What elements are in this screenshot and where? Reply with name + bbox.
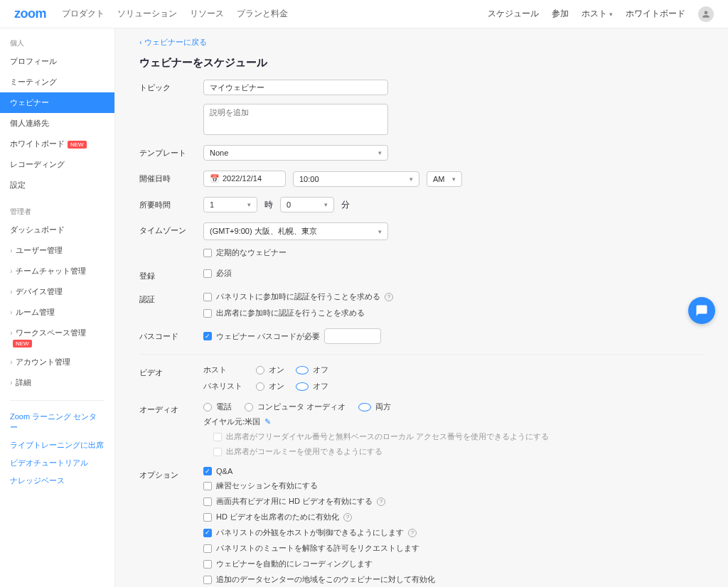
sidebar-item-user-mgmt[interactable]: ユーザー管理 (0, 240, 114, 261)
label-timezone: タイムゾーン (139, 222, 203, 236)
option-checkbox-6[interactable] (203, 560, 212, 569)
chevron-down-icon: ▾ (452, 176, 456, 183)
sidebar-item-teamchat-mgmt[interactable]: チームチャット管理 (0, 261, 114, 281)
chevron-down-icon: ▾ (378, 149, 382, 156)
audio-phone-radio[interactable] (203, 403, 212, 411)
nav-join[interactable]: 参加 (552, 8, 569, 20)
panelist-off-radio[interactable] (296, 382, 309, 391)
sidebar-header-personal: 個人 (0, 34, 114, 51)
time-select[interactable]: 10:00▾ (293, 171, 419, 187)
sidebar-item-workspace-mgmt[interactable]: ワークスペース管理NEW (0, 323, 114, 352)
template-select[interactable]: None▾ (203, 145, 388, 161)
option-checkbox-1[interactable] (203, 482, 212, 490)
sidebar-item-advanced[interactable]: 詳細 (0, 372, 114, 393)
help-icon[interactable]: ? (377, 497, 385, 506)
sidebar: 個人 プロフィール ミーティング ウェビナー 個人連絡先 ホワイトボードNEW … (0, 28, 115, 587)
option-checkbox-3[interactable] (203, 513, 212, 522)
passcode-checkbox[interactable] (203, 332, 212, 340)
on-label: オン (269, 365, 284, 375)
audio-computer-radio[interactable] (245, 403, 253, 411)
auth-panelist-checkbox[interactable] (203, 293, 212, 301)
label-registration: 登録 (139, 268, 203, 281)
topic-input[interactable] (203, 80, 388, 95)
sidebar-item-dashboard[interactable]: ダッシュボード (0, 220, 114, 240)
date-select[interactable]: 📅2022/12/14 (203, 171, 286, 187)
top-bar: zoom プロダクト ソリューション リソース プランと料金 スケジュール 参加… (0, 0, 728, 28)
panelist-on-radio[interactable] (256, 382, 264, 391)
auth-attendee-checkbox[interactable] (203, 309, 212, 318)
back-link[interactable]: ‹ ウェビナーに戻る (139, 37, 207, 48)
tollfree-label: 出席者がフリーダイヤル番号と無料ベースのローカル アクセス番号を使用できるように… (226, 431, 549, 442)
callme-checkbox[interactable] (213, 448, 222, 456)
sidebar-divider (10, 400, 105, 401)
nav-host[interactable]: ホスト▾ (582, 8, 613, 20)
host-on-radio[interactable] (256, 366, 264, 375)
sidebar-item-whiteboards[interactable]: ホワイトボードNEW (0, 134, 114, 154)
link-learning-center[interactable]: Zoom ラーニング センター (0, 408, 114, 436)
calendar-icon: 📅 (210, 174, 220, 183)
registration-required-checkbox[interactable] (203, 269, 212, 278)
help-icon[interactable]: ? (343, 513, 352, 522)
audio-phone-label: 電話 (216, 402, 232, 412)
chevron-down-icon: ▾ (378, 228, 382, 235)
sidebar-item-account-mgmt[interactable]: アカウント管理 (0, 352, 114, 372)
nav-solution[interactable]: ソリューション (117, 8, 177, 20)
ampm-select[interactable]: AM▾ (427, 171, 462, 187)
sidebar-item-meetings[interactable]: ミーティング (0, 72, 114, 92)
host-off-radio[interactable] (296, 366, 309, 375)
option-checkbox-2[interactable] (203, 497, 212, 506)
option-checkbox-7[interactable] (203, 576, 212, 584)
label-when: 開催日時 (139, 171, 203, 184)
option-label: 追加のデータセンターの地域をこのウェビナーに対して有効化 (216, 574, 435, 585)
description-input[interactable] (203, 104, 388, 135)
label-topic: トピック (139, 80, 203, 93)
minutes-select[interactable]: 0▾ (280, 197, 334, 212)
link-live-training[interactable]: ライブトレーニングに出席 (0, 436, 114, 454)
chevron-down-icon: ▾ (324, 201, 328, 208)
option-checkbox-5[interactable] (203, 544, 212, 553)
timezone-select[interactable]: (GMT+9:00) 大阪、札幌、東京▾ (203, 222, 388, 240)
label-options: オプション (139, 467, 203, 480)
edit-icon[interactable]: ✎ (264, 417, 271, 426)
chat-fab[interactable] (688, 297, 715, 324)
nav-pricing[interactable]: プランと料金 (237, 8, 288, 20)
avatar[interactable] (698, 6, 714, 22)
nav-schedule[interactable]: スケジュール (488, 8, 539, 20)
chevron-down-icon: ▾ (247, 201, 251, 208)
sidebar-item-contacts[interactable]: 個人連絡先 (0, 113, 114, 134)
on-label: オン (269, 381, 284, 392)
tollfree-checkbox[interactable] (213, 433, 222, 441)
sidebar-header-admin: 管理者 (0, 203, 114, 220)
option-label: 練習セッションを有効にする (216, 480, 318, 491)
passcode-input[interactable] (324, 328, 381, 344)
help-icon[interactable]: ? (408, 529, 417, 537)
chevron-down-icon: ▾ (609, 11, 613, 18)
audio-computer-label: コンピュータ オーディオ (257, 402, 346, 412)
sidebar-item-room-mgmt[interactable]: ルーム管理 (0, 302, 114, 323)
main-content: ‹ ウェビナーに戻る ウェビナーをスケジュール トピック テンプレート None… (115, 28, 728, 587)
top-nav: プロダクト ソリューション リソース プランと料金 (62, 8, 288, 20)
sidebar-item-webinars[interactable]: ウェビナー (0, 92, 114, 113)
option-checkbox-4[interactable] (203, 529, 212, 537)
auth-attendee-label: 出席者に参加時に認証を行うことを求める (216, 308, 365, 318)
off-label: オフ (313, 381, 328, 392)
zoom-logo[interactable]: zoom (14, 6, 46, 21)
link-video-tutorials[interactable]: ビデオチュートリアル (0, 454, 114, 472)
option-label: パネリストの外観をホストが制御できるようにします (216, 527, 404, 538)
link-knowledge-base[interactable]: ナレッジベース (0, 472, 114, 490)
recurring-checkbox[interactable] (203, 249, 212, 257)
help-icon[interactable]: ? (385, 293, 393, 301)
hours-select[interactable]: 1▾ (203, 197, 257, 212)
label-auth: 認証 (139, 291, 203, 305)
sidebar-item-recordings[interactable]: レコーディング (0, 154, 114, 175)
option-checkbox-0[interactable] (203, 467, 212, 475)
top-nav-right: スケジュール 参加 ホスト▾ ホワイトボード (488, 6, 714, 22)
nav-whiteboard[interactable]: ホワイトボード (626, 8, 685, 20)
sidebar-item-settings[interactable]: 設定 (0, 175, 114, 195)
sidebar-item-profile[interactable]: プロフィール (0, 51, 114, 72)
nav-product[interactable]: プロダクト (62, 8, 105, 20)
sidebar-item-device-mgmt[interactable]: デバイス管理 (0, 281, 114, 302)
divider (139, 354, 704, 355)
audio-both-radio[interactable] (358, 403, 371, 411)
nav-resources[interactable]: リソース (190, 8, 224, 20)
